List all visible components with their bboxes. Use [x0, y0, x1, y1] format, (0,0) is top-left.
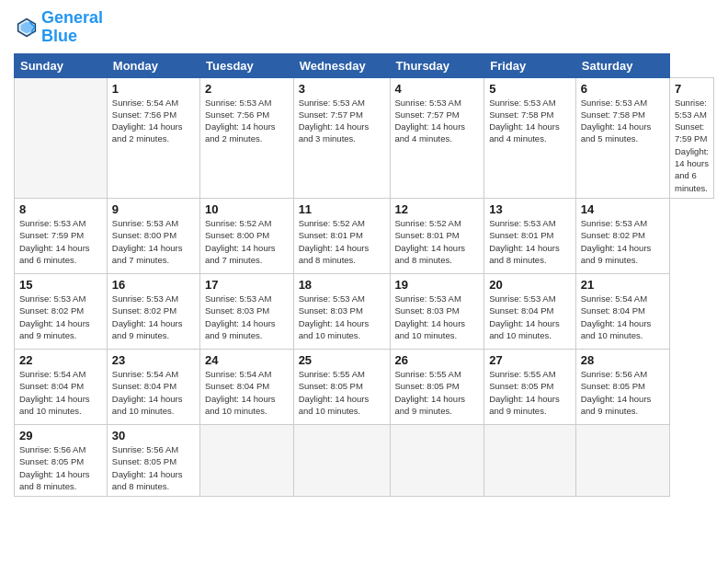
day-info: Sunrise: 5:53 AMSunset: 7:57 PMDaylight:…: [395, 98, 466, 144]
weekday-header-friday: Friday: [484, 53, 576, 77]
day-number: 6: [581, 82, 665, 96]
calendar-day-23: 23 Sunrise: 5:54 AMSunset: 8:04 PMDaylig…: [107, 349, 199, 424]
day-number: 22: [19, 353, 102, 367]
day-number: 23: [112, 353, 195, 367]
calendar-week-3: 15 Sunrise: 5:53 AMSunset: 8:02 PMDaylig…: [15, 273, 714, 349]
calendar-day-5: 5 Sunrise: 5:53 AMSunset: 7:58 PMDayligh…: [484, 77, 576, 198]
day-info: Sunrise: 5:53 AMSunset: 8:02 PMDaylight:…: [581, 218, 652, 265]
empty-cell: [15, 77, 108, 198]
day-number: 12: [395, 202, 480, 216]
day-number: 1: [112, 82, 195, 96]
day-info: Sunrise: 5:52 AMSunset: 8:00 PMDaylight:…: [205, 218, 276, 265]
day-info: Sunrise: 5:53 AMSunset: 8:03 PMDaylight:…: [299, 293, 370, 340]
day-info: Sunrise: 5:53 AMSunset: 8:02 PMDaylight:…: [112, 293, 183, 340]
day-number: 24: [205, 353, 289, 367]
day-number: 29: [19, 429, 102, 442]
day-info: Sunrise: 5:53 AMSunset: 8:02 PMDaylight:…: [19, 293, 90, 340]
calendar-day-28: 28 Sunrise: 5:56 AMSunset: 8:05 PMDaylig…: [575, 349, 669, 424]
calendar-day-29: 29 Sunrise: 5:56 AMSunset: 8:05 PMDaylig…: [15, 424, 108, 496]
day-number: 5: [489, 82, 571, 96]
calendar-day-10: 10 Sunrise: 5:52 AMSunset: 8:00 PMDaylig…: [200, 198, 294, 273]
calendar-day-2: 2 Sunrise: 5:53 AMSunset: 7:56 PMDayligh…: [200, 77, 294, 198]
logo-text-blue: Blue: [41, 28, 103, 46]
day-number: 26: [395, 353, 480, 367]
day-number: 13: [489, 202, 571, 216]
calendar-day-4: 4 Sunrise: 5:53 AMSunset: 7:57 PMDayligh…: [390, 77, 484, 198]
weekday-header-tuesday: Tuesday: [200, 53, 294, 77]
day-info: Sunrise: 5:54 AMSunset: 8:04 PMDaylight:…: [112, 369, 183, 416]
weekday-header-saturday: Saturday: [575, 53, 669, 77]
day-number: 11: [299, 202, 385, 216]
day-info: Sunrise: 5:53 AMSunset: 8:03 PMDaylight:…: [395, 293, 466, 340]
empty-cell: [390, 424, 484, 496]
calendar-day-22: 22 Sunrise: 5:54 AMSunset: 8:04 PMDaylig…: [15, 349, 108, 424]
day-number: 19: [395, 278, 480, 292]
calendar-day-17: 17 Sunrise: 5:53 AMSunset: 8:03 PMDaylig…: [200, 273, 294, 349]
day-info: Sunrise: 5:53 AMSunset: 8:00 PMDaylight:…: [112, 218, 183, 265]
day-info: Sunrise: 5:56 AMSunset: 8:05 PMDaylight:…: [581, 369, 652, 416]
day-number: 28: [581, 353, 665, 367]
logo-text: General: [41, 9, 103, 28]
logo-icon: [14, 15, 40, 40]
calendar-day-8: 8 Sunrise: 5:53 AMSunset: 7:59 PMDayligh…: [15, 198, 108, 273]
calendar-day-9: 9 Sunrise: 5:53 AMSunset: 8:00 PMDayligh…: [107, 198, 199, 273]
calendar-day-21: 21 Sunrise: 5:54 AMSunset: 8:04 PMDaylig…: [575, 273, 669, 349]
calendar-day-19: 19 Sunrise: 5:53 AMSunset: 8:03 PMDaylig…: [390, 273, 484, 349]
empty-cell: [293, 424, 390, 496]
day-info: Sunrise: 5:53 AMSunset: 7:57 PMDaylight:…: [299, 98, 370, 144]
calendar-day-6: 6 Sunrise: 5:53 AMSunset: 7:58 PMDayligh…: [575, 77, 669, 198]
day-info: Sunrise: 5:53 AMSunset: 8:01 PMDaylight:…: [489, 218, 560, 265]
page-header: General Blue: [14, 9, 714, 46]
calendar-day-13: 13 Sunrise: 5:53 AMSunset: 8:01 PMDaylig…: [484, 198, 576, 273]
calendar-day-11: 11 Sunrise: 5:52 AMSunset: 8:01 PMDaylig…: [293, 198, 390, 273]
calendar-day-30: 30 Sunrise: 5:56 AMSunset: 8:05 PMDaylig…: [107, 424, 199, 496]
day-info: Sunrise: 5:54 AMSunset: 8:04 PMDaylight:…: [205, 369, 276, 416]
day-info: Sunrise: 5:53 AMSunset: 7:59 PMDaylight:…: [19, 218, 90, 265]
calendar-table: SundayMondayTuesdayWednesdayThursdayFrid…: [14, 53, 714, 498]
logo: General Blue: [14, 9, 103, 46]
day-info: Sunrise: 5:55 AMSunset: 8:05 PMDaylight:…: [489, 369, 560, 416]
day-number: 3: [299, 82, 385, 96]
weekday-header-sunday: Sunday: [15, 53, 108, 77]
day-info: Sunrise: 5:53 AMSunset: 7:58 PMDaylight:…: [581, 98, 652, 144]
day-number: 17: [205, 278, 289, 292]
calendar-day-18: 18 Sunrise: 5:53 AMSunset: 8:03 PMDaylig…: [293, 273, 390, 349]
day-number: 7: [675, 82, 709, 96]
day-info: Sunrise: 5:53 AMSunset: 8:03 PMDaylight:…: [205, 293, 276, 340]
empty-cell: [484, 424, 576, 496]
calendar-day-16: 16 Sunrise: 5:53 AMSunset: 8:02 PMDaylig…: [107, 273, 199, 349]
weekday-header-thursday: Thursday: [390, 53, 484, 77]
day-info: Sunrise: 5:55 AMSunset: 8:05 PMDaylight:…: [299, 369, 370, 416]
calendar-week-2: 8 Sunrise: 5:53 AMSunset: 7:59 PMDayligh…: [15, 198, 714, 273]
day-number: 10: [205, 202, 289, 216]
calendar-day-3: 3 Sunrise: 5:53 AMSunset: 7:57 PMDayligh…: [293, 77, 390, 198]
calendar-day-14: 14 Sunrise: 5:53 AMSunset: 8:02 PMDaylig…: [575, 198, 669, 273]
day-info: Sunrise: 5:54 AMSunset: 8:04 PMDaylight:…: [19, 369, 90, 416]
calendar-day-7: 7 Sunrise: 5:53 AMSunset: 7:59 PMDayligh…: [669, 77, 713, 198]
empty-cell: [575, 424, 669, 496]
day-number: 16: [112, 278, 195, 292]
day-info: Sunrise: 5:56 AMSunset: 8:05 PMDaylight:…: [19, 444, 90, 491]
day-number: 30: [112, 429, 195, 442]
day-number: 8: [19, 202, 102, 216]
day-number: 4: [395, 82, 480, 96]
day-info: Sunrise: 5:54 AMSunset: 8:04 PMDaylight:…: [581, 293, 652, 340]
day-number: 21: [581, 278, 665, 292]
day-info: Sunrise: 5:52 AMSunset: 8:01 PMDaylight:…: [395, 218, 466, 265]
calendar-week-4: 22 Sunrise: 5:54 AMSunset: 8:04 PMDaylig…: [15, 349, 714, 424]
day-number: 9: [112, 202, 195, 216]
day-info: Sunrise: 5:53 AMSunset: 8:04 PMDaylight:…: [489, 293, 560, 340]
calendar-day-1: 1 Sunrise: 5:54 AMSunset: 7:56 PMDayligh…: [107, 77, 199, 198]
day-number: 25: [299, 353, 385, 367]
day-number: 18: [299, 278, 385, 292]
calendar-day-24: 24 Sunrise: 5:54 AMSunset: 8:04 PMDaylig…: [200, 349, 294, 424]
day-info: Sunrise: 5:54 AMSunset: 7:56 PMDaylight:…: [112, 98, 183, 144]
calendar-day-25: 25 Sunrise: 5:55 AMSunset: 8:05 PMDaylig…: [293, 349, 390, 424]
day-info: Sunrise: 5:52 AMSunset: 8:01 PMDaylight:…: [299, 218, 370, 265]
calendar-day-20: 20 Sunrise: 5:53 AMSunset: 8:04 PMDaylig…: [484, 273, 576, 349]
day-number: 15: [19, 278, 102, 292]
empty-cell: [200, 424, 294, 496]
calendar-day-15: 15 Sunrise: 5:53 AMSunset: 8:02 PMDaylig…: [15, 273, 108, 349]
calendar-day-12: 12 Sunrise: 5:52 AMSunset: 8:01 PMDaylig…: [390, 198, 484, 273]
weekday-header-monday: Monday: [107, 53, 199, 77]
